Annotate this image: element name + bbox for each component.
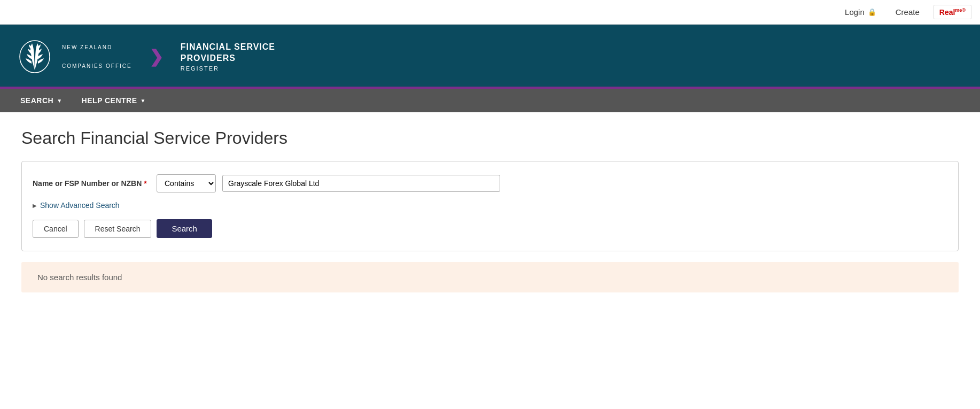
fern-icon [16,38,53,75]
main-content: Search Financial Service Providers Name … [0,112,980,308]
login-button[interactable]: Login 🔒 [835,4,886,20]
advanced-search-label: Show Advanced Search [40,201,120,210]
register-line1: FINANCIAL SERVICE [181,42,275,51]
field-label: Name or FSP Number or NZBN * [33,179,150,188]
org-text: NEW ZEALAND COMPANIES OFFICE [62,44,132,69]
divider-arrow: ❯ [149,47,164,67]
search-input[interactable] [222,175,500,192]
realme-text: Realme® [939,7,966,17]
nav-help-arrow: ▼ [141,98,146,104]
nav-bar: SEARCH ▼ HELP CENTRE ▼ [0,89,980,112]
register-line3: REGISTER [181,65,275,72]
lock-icon: 🔒 [868,8,876,16]
reset-search-button[interactable]: Reset Search [84,220,152,238]
page-title: Search Financial Service Providers [21,128,959,148]
register-text: FINANCIAL SERVICE PROVIDERS REGISTER [181,42,275,72]
search-row: Name or FSP Number or NZBN * Contains St… [33,174,947,192]
nav-item-search[interactable]: SEARCH ▼ [11,89,72,112]
realme-badge: Realme® [934,5,971,19]
logo-area: NEW ZEALAND COMPANIES OFFICE ❯ FINANCIAL… [16,38,275,75]
advanced-search-toggle[interactable]: ▶ Show Advanced Search [33,201,947,210]
org-line2: COMPANIES OFFICE [62,63,132,69]
register-line2: PROVIDERS [181,53,236,63]
nav-search-arrow: ▼ [57,98,62,104]
svg-point-0 [20,41,50,73]
org-line1: NEW ZEALAND [62,44,132,50]
chevron-right-icon: ▶ [33,203,37,209]
create-label: Create [896,7,920,17]
button-row: Cancel Reset Search Search [33,219,947,238]
auth-bar: Login 🔒 Create Realme® [0,0,980,25]
required-star: * [144,179,146,188]
nav-item-help-centre[interactable]: HELP CENTRE ▼ [72,89,155,112]
login-label: Login [845,7,865,17]
realme-sup: me® [955,7,966,13]
nav-help-label: HELP CENTRE [82,96,137,105]
no-results-message: No search results found [37,273,122,282]
no-results-panel: No search results found [21,262,959,292]
create-button[interactable]: Create [886,4,929,20]
search-button[interactable]: Search [157,219,212,238]
site-header: NEW ZEALAND COMPANIES OFFICE ❯ FINANCIAL… [0,25,980,89]
nav-search-label: SEARCH [20,96,53,105]
cancel-button[interactable]: Cancel [33,220,79,238]
contains-select[interactable]: Contains Starts With Ends With Equals [157,174,216,192]
search-panel: Name or FSP Number or NZBN * Contains St… [21,161,959,251]
